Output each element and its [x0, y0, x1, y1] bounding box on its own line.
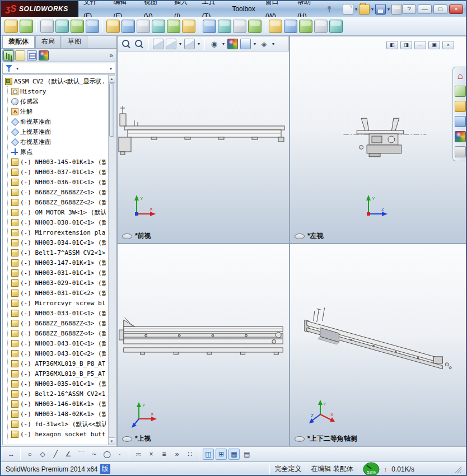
hole-alignment[interactable]	[233, 20, 246, 33]
close-document-button[interactable]: ×	[442, 41, 454, 49]
measure[interactable]	[269, 20, 282, 33]
scroll-down-button[interactable]: ▼	[109, 437, 115, 445]
tree-item[interactable]: (-) NH003-043-01C<1> (默	[4, 338, 106, 348]
tree-item[interactable]: (-) Mirrorextension pla	[4, 227, 106, 237]
dropdown-arrow[interactable]: ▾	[254, 41, 256, 46]
apply-scene[interactable]	[240, 39, 251, 49]
tree-item[interactable]: (-) NH003-029-01C<1> (默	[4, 278, 106, 288]
assembly-features[interactable]	[122, 20, 135, 33]
display-manager[interactable]	[39, 50, 49, 60]
sensor-tool[interactable]	[314, 20, 328, 33]
spline-tool[interactable]: ~	[88, 449, 100, 460]
display-style[interactable]	[184, 39, 195, 49]
polygon-tool[interactable]: ◇	[37, 449, 48, 460]
new-document[interactable]	[343, 4, 353, 15]
interference-detection[interactable]	[203, 20, 216, 33]
resize-grip[interactable]	[454, 465, 461, 473]
viewport-isometric[interactable]: Y X Z *上下二等角轴测	[290, 244, 467, 446]
mass-properties[interactable]	[284, 20, 297, 33]
tree-item[interactable]: (-) hexagon socket butt	[4, 429, 106, 439]
viewport-two-view[interactable]: ◫	[203, 449, 214, 460]
tree-item[interactable]: (-) Mirrorcvyr screw bl	[4, 298, 106, 308]
tree-item[interactable]: (-) B688ZZ_B688ZZ<3> (默	[4, 318, 106, 328]
linear-sketch-pattern[interactable]: ∷	[184, 449, 195, 460]
centerline-tool[interactable]: ∠	[63, 449, 74, 460]
viewport-left[interactable]: Y Z *左视	[290, 36, 467, 243]
dropdown-arrow[interactable]: ▾	[355, 7, 357, 12]
update-speedpak[interactable]	[329, 20, 343, 33]
hide-show-items[interactable]: ◉	[209, 39, 220, 49]
assembly-visualization[interactable]	[248, 20, 261, 33]
tree-item[interactable]: (-) B688ZZ_B688ZZ<2> (默	[4, 197, 106, 207]
ellipse-tool[interactable]: ◯	[101, 449, 113, 460]
tree-item[interactable]: (-) NH003-034-01C<1> (默	[4, 237, 106, 248]
design-library[interactable]	[455, 101, 466, 112]
tab-assembly[interactable]: 装配体	[2, 35, 35, 48]
view-orientation[interactable]	[166, 39, 176, 49]
viewport-top[interactable]: Y X *上视	[118, 244, 289, 446]
dropdown-arrow[interactable]: ▾	[272, 41, 274, 46]
point-tool[interactable]: ∙	[114, 449, 125, 460]
tree-item[interactable]: (-) NH003-148-02K<1> (默	[4, 409, 106, 419]
dropdown-arrow[interactable]: ▾	[222, 41, 225, 46]
zoom-to-fit[interactable]	[121, 39, 132, 49]
maximize-window[interactable]: □	[433, 4, 447, 14]
scroll-up-button[interactable]: ▲	[109, 76, 115, 83]
custom-properties[interactable]	[455, 146, 466, 157]
tree-item[interactable]: (-) B688ZZ_B688ZZ<4> (默	[4, 328, 106, 338]
restore-document-button[interactable]: ▣	[428, 41, 440, 49]
tree-item[interactable]: (-) NH003-030-01C<1> (默	[4, 217, 106, 227]
tree-item[interactable]: (-) NH003-147-01K<1> (默	[4, 258, 106, 268]
tree-item[interactable]: (-) B688ZZ_B688ZZ<1> (默	[4, 187, 106, 197]
solidworks-resources[interactable]	[455, 86, 466, 97]
scroll-thumb[interactable]	[109, 83, 114, 137]
filter-expand-arrow[interactable]: ▾	[110, 66, 112, 71]
tree-item[interactable]: (-) NH003-036-01C<1> (默	[4, 177, 106, 187]
smart-fasteners[interactable]	[71, 20, 84, 33]
dropdown-arrow[interactable]: ▾	[179, 41, 181, 46]
property-manager[interactable]	[15, 50, 25, 60]
file-explorer[interactable]	[455, 116, 466, 127]
tree-item[interactable]: (-) NH003-033-01C<1> (默	[4, 308, 106, 318]
tree-item-origin[interactable]: 原点	[4, 147, 106, 157]
dropdown-arrow[interactable]: ▾	[371, 7, 373, 12]
edit-appearance[interactable]	[227, 39, 238, 49]
tree-scrollbar[interactable]: ▲ ▼	[108, 75, 115, 445]
tab-layout[interactable]: 布局	[35, 35, 61, 48]
tree-item[interactable]: (-) NH003-031-01C<1> (默	[4, 268, 106, 278]
tree-item-annotations[interactable]: 注解	[4, 106, 106, 116]
tree-item[interactable]: (-) NH003-043-01C<2> (默	[4, 348, 106, 358]
tree-item[interactable]: (-) ATP36MXL019_B_P5_AT	[4, 368, 106, 379]
viewport-four-view[interactable]: ⊞	[216, 449, 227, 460]
undo[interactable]	[391, 4, 402, 15]
exploded-view[interactable]	[182, 20, 195, 33]
minimize-window[interactable]: —	[418, 4, 432, 14]
tree-item[interactable]: (-) Belt2-16^ASSM CV2<1	[4, 389, 106, 399]
save-document[interactable]	[375, 4, 386, 15]
display-grid[interactable]: ▦	[228, 449, 240, 460]
tree-item[interactable]: (-) NH003-035-01C<1> (默	[4, 379, 106, 389]
menu-pin-icon[interactable]	[325, 5, 333, 13]
tree-item[interactable]: (-) NH003-037-01C<1> (默	[4, 167, 106, 177]
tree-item[interactable]: (-) NH003-145-01K<1> (默	[4, 157, 106, 167]
close-window[interactable]: ×	[449, 4, 463, 14]
tree-item-sensors[interactable]: 传感器	[4, 96, 106, 106]
section-view[interactable]	[153, 39, 164, 49]
tab-sketch[interactable]: 草图	[62, 35, 87, 48]
tree-filter-bar[interactable]: ▾ ▾	[2, 63, 115, 74]
tree-item-right-plane[interactable]: 右视基准面	[4, 137, 106, 147]
tree-item-top-plane[interactable]: 上视基准面	[4, 127, 106, 137]
line-tool[interactable]: ╱	[50, 449, 61, 460]
tree-root-assembly[interactable]: ASSM CV2 (默认<默认_显示状...	[4, 76, 106, 86]
mirror-entities[interactable]: ≍	[133, 449, 144, 460]
minimize-document-button[interactable]: —	[414, 41, 426, 49]
section-properties[interactable]	[299, 20, 312, 33]
linear-component-pattern[interactable]	[55, 20, 69, 33]
smart-dimension[interactable]: ↔	[6, 449, 17, 460]
tree-item[interactable]: (-) Belt1-7^ASSM CV2<1> (	[4, 248, 106, 258]
panel-overflow-button[interactable]: »	[109, 52, 114, 59]
show-hidden-components[interactable]	[106, 20, 120, 33]
mate[interactable]	[40, 20, 54, 33]
tree-item[interactable]: (-) ATP36MXL019_B_P8_AT	[4, 358, 106, 368]
configuration-manager[interactable]	[27, 50, 37, 60]
